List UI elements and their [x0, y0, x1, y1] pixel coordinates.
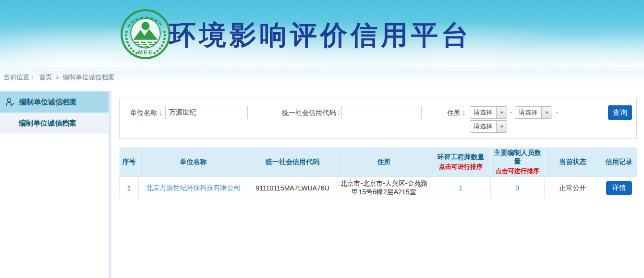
site-header: MEE 环境影响评价信用平台 — [0, 0, 644, 67]
table-row: 1 北京万源世纪环保科技有限公司 91110115MA7LWUA76U 北京市-… — [120, 177, 637, 199]
address-city-select[interactable]: 请选择 — [515, 106, 552, 119]
select-value: 请选择 — [515, 107, 541, 118]
breadcrumb-prefix: 当前位置： — [3, 73, 36, 82]
user-check-icon — [5, 97, 15, 107]
col-credit-code: 统一社会信用代码 — [248, 148, 337, 177]
breadcrumb-home-link[interactable]: 首页 — [39, 73, 52, 82]
address-dash: - — [556, 106, 558, 119]
company-name-input[interactable] — [165, 106, 248, 119]
col-company: 单位名称 — [139, 148, 248, 177]
logo-caption: MEE — [138, 49, 153, 55]
address-dash: - — [510, 106, 512, 119]
mee-logo: MEE — [120, 9, 171, 60]
row-status: 正常公开 — [545, 177, 601, 199]
sort-hint[interactable]: 点击可进行排序 — [433, 163, 488, 171]
mee-emblem-icon: MEE — [120, 9, 171, 60]
search-panel: 单位名称： 统一社会信用代码： 住所： 请选择 - 请选择 - 请选择 查询 — [119, 98, 637, 139]
col-engineer-count-sortable[interactable]: 环评工程师数量 点击可进行排序 — [431, 148, 491, 177]
detail-button[interactable]: 详情 — [606, 181, 632, 195]
table-header-row: 序号 单位名称 统一社会信用代码 住所 环评工程师数量 点击可进行排序 主要编制… — [120, 148, 637, 177]
results-table: 序号 单位名称 统一社会信用代码 住所 环评工程师数量 点击可进行排序 主要编制… — [119, 147, 637, 199]
address-label: 住所： — [447, 106, 467, 119]
select-value: 请选择 — [470, 107, 496, 118]
query-button[interactable]: 查询 — [608, 105, 632, 120]
credit-code-input[interactable] — [341, 106, 422, 119]
row-credit-code: 91110115MA7LWUA76U — [248, 177, 337, 199]
chevron-down-icon[interactable] — [496, 121, 507, 132]
sort-hint[interactable]: 点击可进行排序 — [493, 167, 542, 176]
row-index: 1 — [120, 177, 139, 199]
select-value: 请选择 — [470, 121, 496, 132]
chevron-down-icon[interactable] — [541, 107, 552, 118]
sidebar-item-label: 编制单位诚信档案 — [19, 98, 77, 107]
chevron-down-icon[interactable] — [496, 107, 507, 118]
company-link[interactable]: 北京万源世纪环保科技有限公司 — [146, 184, 241, 191]
col-engineer-count-label: 环评工程师数量 — [437, 153, 485, 161]
breadcrumb-current: 编制单位诚信档案 — [62, 73, 114, 82]
sidebar-item-credit-archive[interactable]: 编制单位诚信档案 — [0, 113, 109, 134]
address-province-select[interactable]: 请选择 — [470, 106, 507, 119]
credit-code-label: 统一社会信用代码： — [282, 106, 342, 119]
main-layout: 编制单位诚信档案 编制单位诚信档案 单位名称： 统一社会信用代码： 住所： 请选… — [0, 88, 644, 278]
sidebar: 编制单位诚信档案 编制单位诚信档案 — [0, 88, 109, 278]
breadcrumb-separator: > — [56, 74, 60, 81]
col-staff-count-sortable[interactable]: 主要编制人员数量 点击可进行排序 — [491, 148, 545, 177]
row-address: 北京市-北京市-大兴区-金苑路甲15号6幢2层A215室 — [337, 177, 431, 199]
engineer-count-link[interactable]: 1 — [459, 184, 463, 192]
breadcrumb: 当前位置： 首页 > 编制单位诚信档案 — [0, 67, 644, 88]
sidebar-item-label: 编制单位诚信档案 — [19, 119, 76, 128]
col-credit-record: 信用记录 — [601, 148, 637, 177]
staff-count-link[interactable]: 3 — [516, 184, 520, 192]
site-title: 环境影响评价信用平台 — [169, 17, 472, 54]
sidebar-item-credit-archive-parent[interactable]: 编制单位诚信档案 — [0, 91, 109, 113]
col-staff-count-label: 主要编制人员数量 — [494, 149, 541, 165]
col-address: 住所 — [337, 148, 431, 177]
col-index: 序号 — [120, 148, 139, 177]
col-status: 当前状态 — [545, 148, 601, 177]
company-name-label: 单位名称： — [130, 106, 164, 119]
address-district-select[interactable]: 请选择 — [470, 120, 507, 133]
content-area: 单位名称： 统一社会信用代码： 住所： 请选择 - 请选择 - 请选择 查询 — [111, 88, 644, 278]
